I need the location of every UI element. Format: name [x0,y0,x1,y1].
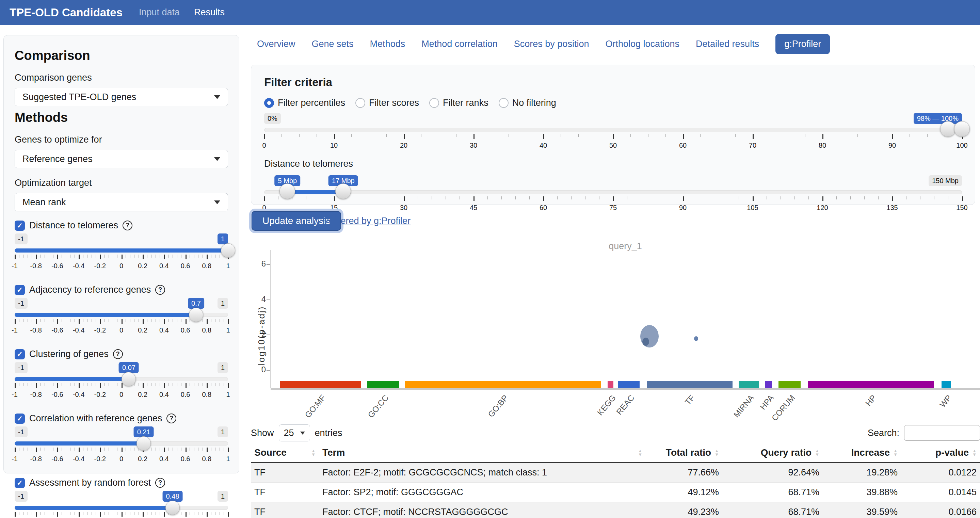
tick-label: 0.2 [138,326,147,334]
tick [220,448,220,451]
tick [189,448,190,451]
nav-item-results[interactable]: Results [194,7,225,17]
tick [126,512,126,515]
tick [156,383,156,386]
tab-methods[interactable]: Methods [370,39,406,49]
slider-grid: -1-0.8-0.6-0.4-0.200.20.40.60.81 [14,512,228,518]
radio-filter-scores[interactable] [355,98,365,108]
slider-handle[interactable] [954,121,970,137]
slider-handle[interactable] [121,372,136,386]
checkbox-clustering-of-genes[interactable]: ✓ [14,349,25,359]
tab-g-profiler[interactable]: g:Profiler [775,34,830,54]
tick [198,512,199,515]
column-header-increase[interactable]: Increase▲▼ [823,445,901,462]
tick [143,319,144,324]
weight-slider-assessment-by-random-forest[interactable]: -110.48-1-0.8-0.6-0.4-0.200.20.40.60.81 [14,489,228,518]
column-header-p-value[interactable]: p-value▲▼ [901,445,980,462]
weight-slider-correlation-with-reference-genes[interactable]: -110.21-1-0.8-0.6-0.4-0.200.20.40.60.81 [14,425,228,469]
weight-slider-distance-to-telomeres[interactable]: -11-1-0.8-0.6-0.4-0.200.20.40.60.81 [14,232,228,276]
column-header-total-ratio[interactable]: Total ratio▲▼ [646,445,722,462]
tick [445,196,446,199]
tick [669,196,669,199]
column-header-source[interactable]: Source▲▼ [251,445,319,462]
radio-filter-ranks[interactable] [429,98,439,108]
tick-label: 50 [609,141,617,149]
tick [264,196,265,201]
slider-handle[interactable] [165,501,180,515]
source-label-kegg: KEGG [595,393,618,417]
tick [362,196,362,199]
column-header-query-ratio[interactable]: Query ratio▲▼ [722,445,823,462]
method-toggle-clustering-of-genes: ✓Clustering of genes? [14,349,228,359]
tick [83,254,83,257]
tab-method-correlation[interactable]: Method correlation [422,39,498,49]
slider-handle[interactable] [335,183,351,199]
powered-by-gprofiler-link[interactable]: Powered by g:Profiler [323,216,410,226]
percentile-range-slider[interactable]: 0%98% — 100%0102030405060708090100 [264,112,962,155]
checkbox-correlation-with-reference-genes[interactable]: ✓ [14,413,25,424]
tick [211,512,212,515]
radio-label-filter-scores: Filter scores [369,98,419,108]
search-input[interactable] [904,425,980,441]
data-point[interactable] [694,336,698,341]
tick [215,512,215,515]
checkbox-adjacency-to-reference-genes[interactable]: ✓ [14,285,25,295]
tick [878,196,878,199]
source-segment-tf [647,381,733,388]
tab-scores-by-position[interactable]: Scores by position [514,39,589,49]
help-icon[interactable]: ? [155,478,165,488]
y-tick-label: 6 [251,259,266,269]
weight-slider-adjacency-to-reference-genes[interactable]: -110.7-1-0.8-0.6-0.4-0.200.20.40.60.81 [14,296,228,340]
tick [596,134,596,137]
slider-max-badge: 1 [218,298,228,309]
nav-item-input-data[interactable]: Input data [139,7,180,17]
help-icon[interactable]: ? [167,413,176,423]
comparison-heading: Comparison [14,48,228,63]
tick [160,319,160,322]
optimization-target-value: Mean rank [22,197,66,208]
optimization-target-select[interactable]: Mean rank [14,193,228,211]
slider-grid: -1-0.8-0.6-0.4-0.200.20.40.60.81 [14,383,228,404]
radio-label-no-filtering: No filtering [512,98,556,108]
comparison-genes-select[interactable]: Suggested TPE-OLD genes [14,88,228,106]
tick [126,319,126,322]
tick [599,196,600,199]
radio-filter-percentiles[interactable] [264,98,274,108]
source-segment-mirna [739,381,759,388]
slider-handle[interactable] [280,183,295,199]
distance-to-telomeres-range-slider[interactable]: 150 Mbp5 Mbp17 Mbp0153045607590105120135… [264,174,962,218]
tick [215,383,215,386]
sidebar: Comparison Comparison genes Suggested TP… [3,35,239,474]
help-icon[interactable]: ? [113,349,123,359]
tick [369,134,369,137]
tick-label: 150 [956,204,967,212]
help-icon[interactable]: ? [155,285,165,295]
weight-slider-clustering-of-genes[interactable]: -110.07-1-0.8-0.6-0.4-0.200.20.40.60.81 [14,361,228,404]
tab-gene-sets[interactable]: Gene sets [312,39,354,49]
tab-detailed-results[interactable]: Detailed results [696,39,759,49]
slider-handle[interactable] [940,121,956,137]
search-label: Search: [868,428,899,439]
tick [198,254,199,257]
slider-handle[interactable] [137,436,151,451]
tick [160,512,160,515]
slider-handle[interactable] [189,308,203,322]
help-icon[interactable]: ? [123,221,132,230]
column-header-term[interactable]: Term▲▼ [319,445,646,462]
genes-to-optimize-select[interactable]: Reference genes [14,150,228,168]
tick [138,319,139,322]
slider-handle[interactable] [221,243,235,257]
tick [121,448,123,452]
page-length-select[interactable]: 25 [279,424,310,442]
checkbox-assessment-by-random-forest[interactable]: ✓ [14,478,25,488]
tick [32,254,32,257]
tab-ortholog-locations[interactable]: Ortholog locations [605,39,679,49]
tick-label: 10 [330,141,338,149]
radio-no-filtering[interactable] [499,98,509,108]
data-point[interactable] [642,338,649,346]
tab-overview[interactable]: Overview [257,39,296,49]
checkbox-distance-to-telomeres[interactable]: ✓ [14,221,25,231]
tick [351,134,352,137]
tick-label: 70 [749,141,756,149]
tick-label: 1 [226,262,230,270]
